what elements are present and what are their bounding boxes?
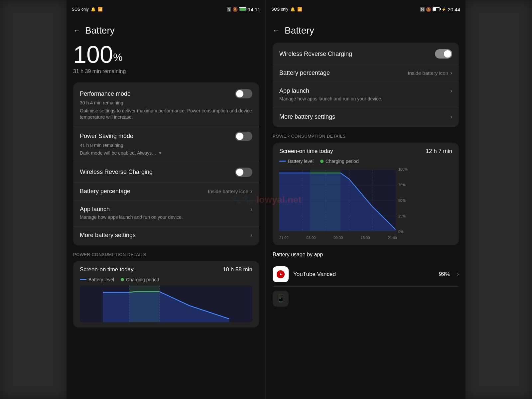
left-nfc-icon: N — [227, 7, 231, 12]
right-legend-battery-line — [279, 161, 286, 162]
right-battery-usage-title: Battery usage by app — [273, 252, 459, 258]
bg-blur-left — [0, 0, 66, 399]
right-phone-panel: SOS only 🔔 📶 N 🔕 ⚡ 20:44 ← Battery — [266, 0, 466, 399]
right-power-section-title: POWER CONSUMPTION DETAILS — [273, 134, 459, 139]
left-wireless-title: Wireless Reverse Charging — [80, 169, 153, 176]
right-second-app-icon: 📱 — [273, 291, 289, 307]
right-silent-icon: 🔕 — [426, 7, 431, 12]
right-app-launch-chevron: › — [450, 87, 452, 94]
left-more-battery-chevron: › — [250, 232, 252, 239]
right-app-launch-title: App launch — [279, 87, 309, 94]
right-page-header: ← Battery — [273, 25, 459, 36]
left-powersaving-subtitle: 41 h 8 min remaining — [80, 142, 252, 149]
right-screen-on-row: Screen-on time today 12 h 7 min — [279, 148, 452, 155]
left-battery-display: 100% — [73, 43, 259, 66]
right-legend-battery-label: Battery level — [288, 159, 314, 164]
left-app-launch-subtitle: Manage how apps launch and run on your d… — [80, 214, 252, 221]
right-yt-chevron: › — [457, 271, 459, 278]
left-battery-percentage-item[interactable]: Battery percentage Inside battery icon › — [73, 183, 259, 200]
right-chart-svg — [279, 167, 396, 234]
right-power-card: Screen-on time today 12 h 7 min Battery … — [273, 143, 459, 245]
left-battery-remaining: 31 h 39 min remaining — [73, 68, 259, 74]
bg-blur-right — [466, 0, 532, 399]
right-chart-with-yaxis: 100% 75% 50% 25% 0% — [279, 167, 452, 234]
left-performance-title: Performance mode — [80, 90, 131, 97]
left-more-battery-item[interactable]: More battery settings › — [73, 226, 259, 244]
right-x-03: 03:00 — [307, 236, 316, 240]
left-page-content: ← Battery 100% 31 h 39 min remaining Per… — [66, 19, 266, 399]
right-wireless-title: Wireless Reverse Charging — [279, 51, 352, 58]
right-screen-on-value: 12 h 7 min — [426, 148, 452, 155]
left-wireless-toggle[interactable] — [235, 168, 252, 177]
left-performance-mode-item[interactable]: Performance mode 30 h 4 min remaining Op… — [73, 84, 259, 126]
right-status-bar: SOS only 🔔 📶 N 🔕 ⚡ 20:44 — [266, 0, 466, 19]
right-wifi-icon: 📶 — [297, 7, 302, 12]
right-more-battery-title: More battery settings — [279, 113, 335, 120]
right-legend-charging-dot — [320, 160, 324, 163]
right-battery-percentage-item[interactable]: Battery percentage Inside battery icon › — [273, 64, 459, 82]
right-status-right: N 🔕 ⚡ 20:44 — [420, 7, 461, 12]
left-wifi-icon: 📶 — [98, 7, 103, 12]
right-wireless-item[interactable]: Wireless Reverse Charging — [273, 44, 459, 64]
left-screen-on-value: 10 h 58 min — [223, 266, 252, 273]
right-second-app-item[interactable]: 📱 — [273, 287, 459, 311]
left-powersaving-title: Power Saving mode — [80, 133, 133, 140]
left-page-header: ← Battery — [73, 25, 259, 36]
right-wireless-toggle[interactable] — [435, 49, 452, 59]
right-legend-charging: Charging period — [320, 159, 359, 164]
right-y-0: 0% — [398, 230, 408, 234]
left-performance-subtitle: 30 h 4 min remaining — [80, 100, 252, 106]
right-x-15: 15:00 — [361, 236, 370, 240]
right-x-21-end: 21:00 — [388, 236, 397, 240]
right-yt-percent: 99% — [439, 271, 450, 278]
right-nfc-icon: N — [420, 7, 425, 12]
right-battery-percentage-chevron: › — [450, 69, 452, 76]
right-y-100: 100% — [398, 167, 408, 171]
right-sos-text: SOS only — [271, 7, 288, 12]
left-battery-icon — [239, 7, 246, 11]
left-status-right: N 🔕 14:11 — [227, 7, 261, 12]
right-more-battery-item[interactable]: More battery settings › — [273, 108, 459, 126]
right-x-09: 09:00 — [333, 236, 343, 240]
left-legend-charging-dot — [121, 278, 124, 281]
left-chart-svg — [80, 286, 252, 322]
panels-container: SOS only 🔔 📶 N 🔕 14:11 ← Battery 100 — [66, 0, 466, 399]
right-y-axis: 100% 75% 50% 25% 0% — [397, 167, 409, 234]
left-app-launch-item[interactable]: App launch › Manage how apps launch and … — [73, 200, 259, 226]
right-battery-fill — [433, 8, 436, 11]
right-app-launch-item[interactable]: App launch › Manage how apps launch and … — [273, 82, 459, 108]
right-battery-icon — [433, 7, 440, 11]
left-screen-on-row: Screen-on time today 10 h 58 min — [80, 266, 252, 273]
left-back-button[interactable]: ← — [73, 26, 80, 35]
left-battery-symbol: % — [113, 51, 122, 63]
right-back-button[interactable]: ← — [273, 26, 280, 35]
left-time: 14:11 — [248, 7, 260, 12]
right-y-75: 75% — [398, 183, 408, 187]
left-alert-icon: 🔔 — [91, 7, 96, 12]
right-y-25: 25% — [398, 214, 408, 218]
right-alert-icon: 🔔 — [290, 7, 295, 12]
left-performance-desc: Optimise settings to deliver maximum per… — [80, 108, 252, 121]
right-time: 20:44 — [448, 7, 460, 12]
left-wireless-item[interactable]: Wireless Reverse Charging — [73, 162, 259, 183]
left-expand-icon[interactable]: ▾ — [159, 150, 161, 157]
left-mini-chart — [80, 286, 252, 322]
left-battery-percentage-value: Inside battery icon — [208, 189, 248, 194]
left-more-battery-title: More battery settings — [80, 232, 136, 239]
left-powersaving-item[interactable]: Power Saving mode 41 h 8 min remaining D… — [73, 126, 259, 162]
left-legend-battery: Battery level — [80, 277, 114, 282]
left-status-bar: SOS only 🔔 📶 N 🔕 14:11 — [66, 0, 266, 19]
left-performance-toggle[interactable] — [235, 89, 252, 98]
left-power-card: Screen-on time today 10 h 58 min Battery… — [73, 261, 259, 328]
left-legend-battery-label: Battery level — [88, 277, 114, 282]
right-chart-legend: Battery level Charging period — [279, 159, 452, 164]
left-powersaving-toggle[interactable] — [235, 132, 252, 141]
left-performance-knob — [236, 90, 243, 97]
right-screen-on-label: Screen-on time today — [279, 148, 333, 155]
left-page-title: Battery — [85, 25, 115, 36]
right-x-21-start: 21:00 — [279, 236, 289, 240]
right-yt-vanced-item[interactable]: YouTube Vanced 99% › — [273, 262, 459, 287]
right-charging-bolt: ⚡ — [442, 7, 446, 12]
left-legend-battery-line — [80, 279, 86, 280]
left-battery-percentage-title: Battery percentage — [80, 188, 130, 195]
